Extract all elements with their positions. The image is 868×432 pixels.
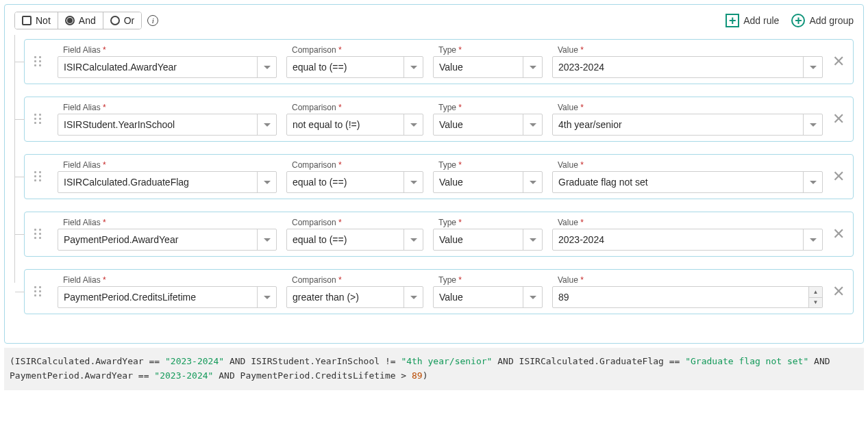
chevron-down-icon[interactable] bbox=[257, 287, 276, 307]
expr-token: AND bbox=[213, 370, 240, 381]
expr-token: "2023-2024" bbox=[154, 370, 213, 381]
or-label: Or bbox=[124, 15, 135, 26]
chevron-down-icon[interactable] bbox=[257, 57, 276, 77]
and-button[interactable]: And bbox=[58, 12, 103, 29]
type-control[interactable]: Value bbox=[433, 114, 543, 136]
chevron-down-icon[interactable] bbox=[803, 57, 822, 77]
expr-token: "4th year/senior" bbox=[401, 356, 492, 366]
type-value: Value bbox=[434, 229, 523, 250]
chevron-down-icon[interactable] bbox=[404, 229, 423, 250]
value-field: Value *4th year/senior bbox=[552, 103, 823, 136]
value-field: Value *89▲▼ bbox=[552, 275, 823, 308]
expr-token: AND bbox=[224, 356, 251, 366]
field-alias-field: Field Alias *PaymentPeriod.AwardYear bbox=[58, 218, 277, 251]
expr-token: AND bbox=[492, 356, 519, 366]
field-alias-field: Field Alias *ISIRCalculated.AwardYear bbox=[58, 45, 277, 78]
type-value: Value bbox=[434, 57, 523, 77]
value-field: Value *2023-2024 bbox=[552, 218, 823, 251]
value-value: 2023-2024 bbox=[553, 57, 803, 77]
comparison-label: Comparison * bbox=[286, 103, 423, 112]
expr-token: PaymentPeriod.CreditsLifetime > bbox=[240, 370, 412, 381]
comparison-value: equal to (==) bbox=[287, 57, 404, 77]
chevron-down-icon[interactable] bbox=[257, 229, 276, 250]
type-label: Type * bbox=[433, 218, 543, 227]
comparison-control[interactable]: equal to (==) bbox=[286, 56, 423, 78]
chevron-down-icon[interactable] bbox=[404, 172, 423, 192]
drag-handle[interactable] bbox=[34, 56, 42, 67]
type-label: Type * bbox=[433, 103, 543, 112]
field-alias-control[interactable]: ISIRCalculated.GraduateFlag bbox=[58, 171, 277, 193]
chevron-down-icon[interactable] bbox=[803, 229, 822, 250]
value-control[interactable]: Graduate flag not set bbox=[552, 171, 823, 193]
comparison-control[interactable]: equal to (==) bbox=[286, 171, 423, 193]
value-control[interactable]: 2023-2024 bbox=[552, 229, 823, 251]
delete-rule-button[interactable]: ✕ bbox=[832, 54, 845, 69]
chevron-down-icon[interactable] bbox=[404, 114, 423, 135]
chevron-down-icon[interactable] bbox=[523, 57, 542, 77]
comparison-control[interactable]: equal to (==) bbox=[286, 229, 423, 251]
chevron-down-icon[interactable] bbox=[404, 287, 423, 307]
chevron-down-icon[interactable] bbox=[404, 57, 423, 77]
not-label: Not bbox=[36, 15, 51, 26]
expr-token: ISIRCalculated.GraduateFlag == bbox=[519, 356, 686, 366]
chevron-down-icon[interactable] bbox=[523, 172, 542, 192]
type-field: Type *Value bbox=[433, 45, 543, 78]
type-label: Type * bbox=[433, 160, 543, 170]
comparison-field: Comparison *greater than (>) bbox=[286, 275, 423, 308]
comparison-field: Comparison *equal to (==) bbox=[286, 160, 423, 193]
field-alias-label: Field Alias * bbox=[58, 103, 277, 112]
drag-handle[interactable] bbox=[34, 171, 42, 182]
field-alias-label: Field Alias * bbox=[58, 218, 277, 227]
field-alias-control[interactable]: ISIRCalculated.AwardYear bbox=[58, 56, 277, 78]
delete-rule-button[interactable]: ✕ bbox=[832, 112, 845, 127]
spinner-up[interactable]: ▲ bbox=[809, 287, 822, 298]
chevron-down-icon[interactable] bbox=[523, 229, 542, 250]
value-value: Graduate flag not set bbox=[553, 172, 803, 192]
drag-handle[interactable] bbox=[34, 229, 42, 240]
info-icon[interactable]: i bbox=[147, 15, 158, 26]
add-group-label: Add group bbox=[809, 15, 854, 26]
chevron-down-icon[interactable] bbox=[257, 114, 276, 135]
value-control[interactable]: 89▲▼ bbox=[552, 286, 823, 308]
value-label: Value * bbox=[552, 275, 823, 285]
rule-row: Field Alias *PaymentPeriod.CreditsLifeti… bbox=[24, 269, 854, 314]
or-button[interactable]: Or bbox=[103, 12, 142, 29]
number-spinner[interactable]: ▲▼ bbox=[808, 287, 822, 307]
chevron-down-icon[interactable] bbox=[523, 287, 542, 307]
type-control[interactable]: Value bbox=[433, 286, 543, 308]
delete-rule-button[interactable]: ✕ bbox=[832, 227, 845, 242]
drag-handle[interactable] bbox=[34, 114, 42, 125]
comparison-control[interactable]: greater than (>) bbox=[286, 286, 423, 308]
type-control[interactable]: Value bbox=[433, 229, 543, 251]
field-alias-field: Field Alias *ISIRStudent.YearInSchool bbox=[58, 103, 277, 136]
delete-rule-button[interactable]: ✕ bbox=[832, 284, 845, 299]
field-alias-control[interactable]: PaymentPeriod.CreditsLifetime bbox=[58, 286, 277, 308]
chevron-down-icon[interactable] bbox=[257, 172, 276, 192]
add-rule-button[interactable]: + Add rule bbox=[726, 14, 779, 27]
not-button[interactable]: Not bbox=[15, 12, 58, 29]
delete-rule-button[interactable]: ✕ bbox=[832, 169, 845, 184]
value-control[interactable]: 2023-2024 bbox=[552, 56, 823, 78]
type-label: Type * bbox=[433, 45, 543, 55]
comparison-label: Comparison * bbox=[286, 218, 423, 227]
spinner-down[interactable]: ▼ bbox=[809, 298, 822, 308]
field-alias-control[interactable]: ISIRStudent.YearInSchool bbox=[58, 114, 277, 136]
expr-token: AND bbox=[808, 356, 835, 366]
value-field: Value *Graduate flag not set bbox=[552, 160, 823, 193]
field-alias-field: Field Alias *ISIRCalculated.GraduateFlag bbox=[58, 160, 277, 193]
comparison-value: not equal to (!=) bbox=[287, 114, 404, 135]
field-alias-control[interactable]: PaymentPeriod.AwardYear bbox=[58, 229, 277, 251]
comparison-control[interactable]: not equal to (!=) bbox=[286, 114, 423, 136]
value-control[interactable]: 4th year/senior bbox=[552, 114, 823, 136]
chevron-down-icon[interactable] bbox=[523, 114, 542, 135]
type-field: Type *Value bbox=[433, 275, 543, 308]
type-control[interactable]: Value bbox=[433, 171, 543, 193]
rule-row: Field Alias *ISIRCalculated.AwardYearCom… bbox=[24, 39, 854, 84]
add-group-button[interactable]: + Add group bbox=[791, 14, 854, 27]
chevron-down-icon[interactable] bbox=[803, 172, 822, 192]
type-control[interactable]: Value bbox=[433, 56, 543, 78]
drag-handle[interactable] bbox=[34, 286, 42, 297]
chevron-down-icon[interactable] bbox=[803, 114, 822, 135]
add-rule-label: Add rule bbox=[743, 15, 779, 26]
field-alias-value: ISIRCalculated.AwardYear bbox=[58, 57, 257, 77]
